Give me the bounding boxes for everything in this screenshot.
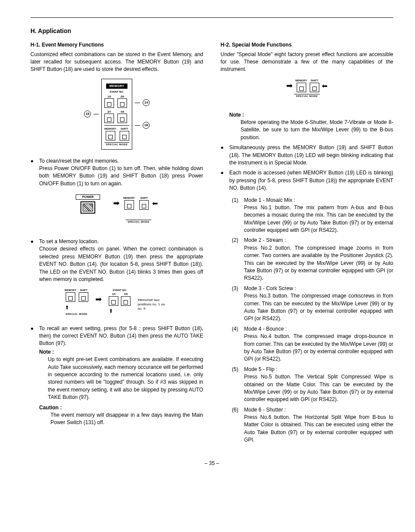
key-2-6 bbox=[117, 98, 127, 108]
mode-title: Mode 1 - Mosaic Mix : bbox=[244, 197, 393, 204]
top-rule bbox=[30, 17, 393, 18]
bullet-recall-event: ● To recall an event setting, press (for… bbox=[30, 325, 203, 402]
note-label-2: Note : bbox=[229, 112, 244, 118]
label-event-no-2: EVENT NO. bbox=[109, 288, 131, 292]
mode-body: Press No.2 button. The compressed image … bbox=[244, 244, 393, 282]
key-shift bbox=[120, 131, 129, 141]
mode-item: (6)Mode 6 - Shutter : bbox=[232, 406, 393, 414]
mode-number: (1) bbox=[232, 197, 244, 204]
key-memory-2 bbox=[124, 200, 134, 210]
key-shift-label-4: SHIFT bbox=[310, 79, 319, 83]
callout-14: 14 bbox=[143, 99, 150, 106]
mode-item: (3)Mode 3 - Cork Screw : bbox=[232, 285, 393, 292]
key-memory-3 bbox=[66, 292, 75, 302]
arrow-right-icon-3: ➡ bbox=[286, 80, 293, 91]
bullet-clean-reset-title: To clean/reset the eight memories. bbox=[39, 158, 119, 164]
h2-intro: Under "Special Mode" eight factory prese… bbox=[221, 51, 393, 74]
key-memory-label-2: MEMORY bbox=[123, 196, 135, 200]
h1-intro: Customized effect combinations can be st… bbox=[30, 51, 203, 74]
arrow-right-icon: ➡ bbox=[113, 197, 120, 209]
note-label: Note : bbox=[39, 349, 54, 355]
mode-item: (1)Mode 1 - Mosaic Mix : bbox=[232, 197, 393, 204]
label-special-mode-2: SPECIAL MODE bbox=[126, 220, 151, 224]
diagram-event-memory-panel: 19 MEMORY EVENT NO. 1/5 2/6 3/7 4/8 MEMO… bbox=[30, 79, 203, 150]
diagram-power-memory-shift: POWER ➡ MEMORY SHIFT ➡ bbox=[30, 193, 203, 214]
power-button-icon bbox=[80, 201, 95, 214]
mode-number: (3) bbox=[232, 285, 244, 292]
key-memory-label-3: MEMORY bbox=[65, 288, 77, 292]
arrow-left-icon-2: ➡ bbox=[322, 81, 328, 91]
caution-body: The event memory will disappear in a few… bbox=[50, 412, 203, 427]
mode-body: Press No.6 button. The Horizontal Split … bbox=[244, 414, 393, 444]
key-2-6-label: 2/6 bbox=[117, 95, 127, 99]
h1-title: H-1. Event Memory Functions bbox=[30, 41, 203, 49]
key-shift-2 bbox=[139, 200, 149, 210]
mode-title: Mode 4 - Bounce : bbox=[244, 325, 393, 333]
page-number: – 35 – bbox=[30, 460, 393, 467]
callout-18: 18 bbox=[143, 122, 150, 129]
diagram-special-mode: ➡ MEMORY SHIFT ➡ SPECIAL MODE bbox=[221, 79, 393, 98]
mode-number: (6) bbox=[232, 406, 244, 414]
right-column: H-2. Special Mode Functions Under "Speci… bbox=[221, 41, 393, 444]
key-1-5-label: 1/5 bbox=[104, 95, 114, 99]
mode-body: Press No.5 button. The Vertical Split Co… bbox=[244, 373, 393, 404]
key-memory-4 bbox=[297, 83, 306, 92]
mode-number: (5) bbox=[232, 366, 244, 373]
note-body-2: Before operating the Mode 6-Shutter, Mod… bbox=[241, 119, 393, 141]
bullet-each-mode-access-body: Each mode is accessed (when MEMORY Butto… bbox=[229, 169, 393, 192]
mode-body: Press No.4 button. The compressed image … bbox=[244, 333, 393, 363]
bullet-set-memory-title: To set a Memory location. bbox=[39, 238, 99, 244]
diagram-memory-to-event: MEMORY SHIFT ⬆ SPECIAL MODE ➡ EVENT NO. … bbox=[30, 288, 203, 316]
mode-body: Press No.3 button. The compressed image … bbox=[244, 292, 393, 323]
label-event-no: EVENT NO. bbox=[104, 90, 129, 94]
arrow-right-icon-2: ➡ bbox=[95, 294, 102, 305]
label-memory: MEMORY bbox=[106, 84, 127, 89]
diagram-memo-text: Mémorisé aux positions no. 1 ou no. 5 bbox=[137, 298, 169, 311]
h2-title: H-2. Special Mode Functions bbox=[221, 41, 393, 49]
label-special-mode-3: SPECIAL MODE bbox=[65, 312, 89, 316]
key-memory-label: MEMORY bbox=[104, 127, 116, 131]
key-3-7-label: 3/7 bbox=[104, 110, 114, 114]
section-heading: H. Application bbox=[30, 27, 393, 35]
mode-title: Mode 3 - Cork Screw : bbox=[244, 285, 393, 292]
bullet-clean-reset: ● To clean/reset the eight memories. Pre… bbox=[30, 157, 203, 188]
arrow-left-icon: ➡ bbox=[152, 198, 158, 208]
key-4-8-label: 4/8 bbox=[117, 110, 127, 114]
key-shift-label-2: SHIFT bbox=[139, 196, 149, 200]
mode-item: (2)Mode 2 - Stream : bbox=[232, 237, 393, 244]
mode-title: Mode 2 - Stream : bbox=[244, 237, 393, 244]
arrow-up-icon: ⬆ bbox=[65, 304, 69, 311]
key-shift-3 bbox=[79, 292, 88, 302]
bullet-each-mode-access: ● Each mode is accessed (when MEMORY But… bbox=[221, 169, 393, 192]
key-2-6-label-2: 2/6 bbox=[121, 292, 131, 296]
key-shift-4 bbox=[310, 83, 319, 92]
mode-item: (4)Mode 4 - Bounce : bbox=[232, 325, 393, 333]
key-1-5-2 bbox=[109, 296, 118, 306]
mode-number: (2) bbox=[232, 237, 244, 244]
bullet-recall-event-body: To recall an event setting, press (for 5… bbox=[39, 325, 203, 347]
key-memory bbox=[106, 131, 115, 141]
label-special-mode-4: SPECIAL MODE bbox=[294, 94, 320, 98]
left-column: H-1. Event Memory Functions Customized e… bbox=[30, 41, 203, 444]
key-shift-label: SHIFT bbox=[120, 127, 129, 131]
mode-number: (4) bbox=[232, 325, 244, 333]
bullet-clean-reset-body: Press Power ON/OFF Button (1) to turn of… bbox=[39, 165, 203, 187]
caution-label: Caution : bbox=[39, 405, 62, 411]
key-1-5-label-2: 1/5 bbox=[109, 292, 118, 296]
key-4-8 bbox=[117, 114, 127, 123]
two-column-layout: H-1. Event Memory Functions Customized e… bbox=[30, 41, 393, 444]
key-memory-label-4: MEMORY bbox=[295, 79, 307, 83]
mode-title: Mode 5 - Flip : bbox=[244, 366, 393, 373]
key-2-6-2 bbox=[121, 296, 131, 306]
note-body: Up to eight pre-set Event combinations a… bbox=[48, 356, 203, 401]
mode-body: Press No.1 button. The mix pattern from … bbox=[244, 204, 393, 234]
key-shift-label-3: SHIFT bbox=[79, 288, 88, 292]
label-special-mode: SPECIAL MODE bbox=[104, 142, 129, 147]
key-1-5 bbox=[104, 98, 114, 108]
label-power: POWER bbox=[76, 194, 100, 200]
mode-title: Mode 6 - Shutter : bbox=[244, 406, 393, 414]
bullet-set-memory: ● To set a Memory location. Choose desir… bbox=[30, 238, 203, 283]
bullet-simultaneous-press-body: Simultaneously press the MEMORY Button (… bbox=[229, 144, 393, 167]
arrow-up-icon-2: ⬆ bbox=[109, 308, 113, 314]
bullet-simultaneous-press: ● Simultaneously press the MEMORY Button… bbox=[221, 144, 393, 167]
